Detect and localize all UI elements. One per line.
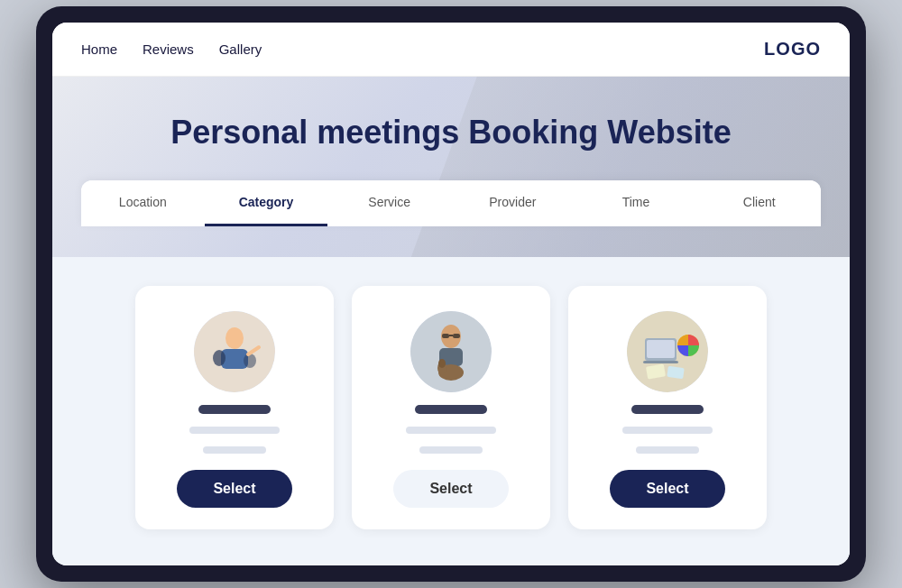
card-3-title-line [631, 405, 704, 414]
tab-service[interactable]: Service [327, 180, 451, 226]
tab-time[interactable]: Time [575, 180, 698, 226]
svg-point-14 [438, 359, 446, 368]
card-2-title-line [415, 405, 487, 414]
select-button-1[interactable]: Select [177, 470, 291, 508]
select-button-2[interactable]: Select [393, 470, 508, 508]
svg-rect-18 [643, 361, 678, 363]
browser-window: Home Reviews Gallery LOGO Personal meeti… [52, 23, 850, 565]
nav-reviews[interactable]: Reviews [143, 41, 194, 57]
tab-provider[interactable]: Provider [451, 180, 575, 226]
svg-rect-8 [442, 334, 449, 338]
card-3-extra-line [636, 446, 699, 454]
card-1-extra-line [203, 446, 266, 454]
card-1-subtitle-line [189, 427, 280, 434]
svg-point-4 [244, 354, 256, 368]
category-card-2: Select [352, 286, 550, 529]
svg-rect-9 [453, 334, 460, 338]
avatar-1 [194, 311, 275, 392]
nav-links: Home Reviews Gallery [81, 41, 262, 57]
card-2-subtitle-line [406, 427, 496, 434]
category-card-1: Select [135, 286, 334, 529]
select-button-3[interactable]: Select [610, 470, 724, 508]
svg-point-3 [213, 350, 226, 366]
card-3-subtitle-line [622, 427, 713, 434]
nav-home[interactable]: Home [81, 41, 117, 57]
card-1-title-line [198, 405, 271, 414]
hero-background [411, 77, 850, 257]
svg-rect-21 [667, 366, 684, 379]
navbar: Home Reviews Gallery LOGO [52, 23, 850, 77]
hero-title: Personal meetings Booking Website [81, 113, 821, 152]
logo: LOGO [764, 39, 821, 60]
step-tabs: Location Category Service Provider Time … [81, 180, 821, 226]
avatar-2 [410, 311, 492, 392]
svg-rect-17 [647, 340, 675, 358]
tab-location[interactable]: Location [81, 180, 205, 226]
device-frame: Home Reviews Gallery LOGO Personal meeti… [36, 6, 866, 582]
hero-section: Personal meetings Booking Website Locati… [52, 77, 850, 257]
nav-gallery[interactable]: Gallery [219, 41, 262, 57]
content-area: Select [52, 257, 850, 565]
category-card-3: Select [568, 286, 767, 529]
svg-point-1 [226, 327, 244, 349]
tab-category[interactable]: Category [205, 180, 328, 226]
card-2-extra-line [419, 446, 483, 454]
avatar-3 [627, 311, 708, 392]
tab-client[interactable]: Client [697, 180, 821, 226]
cards-row: Select [88, 286, 814, 529]
